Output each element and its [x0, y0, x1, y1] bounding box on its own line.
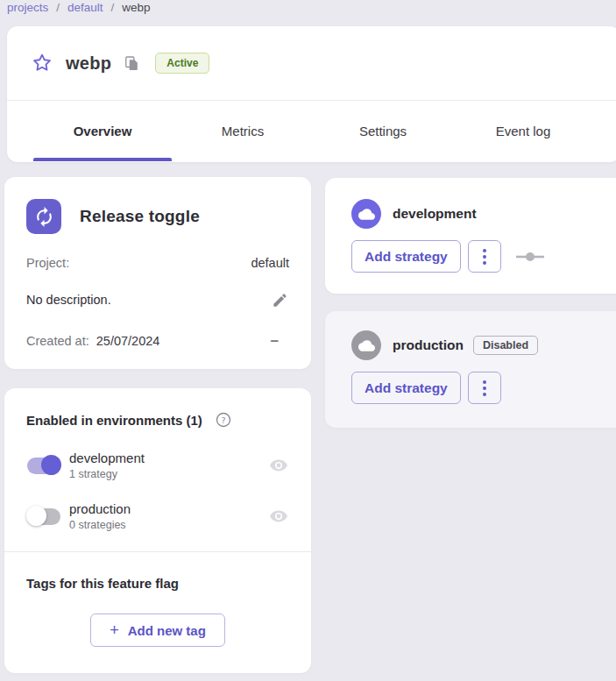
- breadcrumb-separator: /: [111, 1, 115, 14]
- description-row: No description.: [26, 290, 289, 309]
- kebab-icon: [483, 380, 486, 384]
- status-badge: Active: [155, 53, 209, 74]
- star-icon: [31, 52, 53, 74]
- collapse-dash[interactable]: –: [271, 332, 289, 350]
- toggle-production[interactable]: [26, 506, 61, 527]
- environment-row-development: development 1 strategy: [26, 450, 289, 480]
- toggle-thumb: [26, 506, 46, 526]
- kebab-icon: [483, 249, 486, 252]
- release-toggle-header: Release toggle: [26, 199, 289, 234]
- commit-line-icon: [516, 252, 544, 262]
- feature-header-card: webp Active Overview Metrics Settings Ev…: [7, 26, 616, 162]
- tags-section: Tags for this feature flag + Add new tag: [4, 552, 311, 670]
- enabled-environments-title: Enabled in environments (1): [26, 413, 202, 428]
- environment-card-name: production: [393, 337, 464, 353]
- tab-metrics[interactable]: Metrics: [173, 101, 313, 161]
- tab-settings[interactable]: Settings: [313, 101, 453, 161]
- view-environment-button[interactable]: [268, 506, 289, 527]
- strategy-drag-indicator: [516, 252, 544, 262]
- toggle-development[interactable]: [26, 455, 61, 476]
- breadcrumb-projects[interactable]: projects: [7, 1, 48, 14]
- production-card-controls: Add strategy: [351, 372, 616, 404]
- environment-strategy-count: 0 strategies: [69, 519, 131, 531]
- tags-title: Tags for this feature flag: [26, 576, 179, 591]
- plus-icon: +: [110, 621, 119, 640]
- feature-title-row: webp Active: [7, 26, 616, 101]
- description-text: No description.: [26, 293, 111, 307]
- view-environment-button[interactable]: [268, 455, 289, 476]
- breadcrumb-default[interactable]: default: [67, 1, 103, 14]
- production-strategies-card: production Disabled Add strategy: [325, 311, 616, 428]
- created-at-label: Created at:: [26, 334, 89, 348]
- release-toggle-title: Release toggle: [80, 207, 200, 226]
- copy-button[interactable]: [123, 54, 140, 72]
- feature-tabs: Overview Metrics Settings Event log: [7, 101, 616, 161]
- breadcrumb-current: webp: [122, 1, 150, 14]
- enabled-environments-section: Enabled in environments (1) ? developmen…: [4, 388, 311, 552]
- edit-description-button[interactable]: [270, 290, 289, 309]
- eye-icon: [269, 456, 288, 475]
- environment-cloud-badge: [351, 330, 381, 360]
- add-strategy-button[interactable]: Add strategy: [351, 240, 461, 273]
- development-card-controls: Add strategy: [351, 240, 616, 273]
- help-button[interactable]: ?: [214, 410, 233, 429]
- project-value: default: [251, 256, 289, 270]
- svg-text:?: ?: [221, 415, 225, 425]
- environment-name: development: [69, 450, 145, 465]
- environment-strategy-count: 1 strategy: [69, 468, 145, 480]
- production-card-header: production Disabled: [351, 330, 616, 360]
- add-strategy-button[interactable]: Add strategy: [351, 372, 461, 404]
- environment-cloud-badge: [351, 199, 381, 229]
- created-at-value: 25/07/2024: [96, 334, 160, 348]
- created-at-row: Created at: 25/07/2024 –: [26, 332, 289, 350]
- development-card-header: development: [351, 199, 616, 229]
- environments-card: Enabled in environments (1) ? developmen…: [4, 388, 311, 673]
- breadcrumb-separator: /: [56, 1, 60, 14]
- favorite-button[interactable]: [31, 52, 53, 74]
- project-label: Project:: [26, 256, 69, 270]
- environment-name: production: [69, 501, 131, 516]
- pencil-icon: [272, 292, 288, 309]
- add-new-tag-label: Add new tag: [128, 623, 206, 638]
- copy-icon: [124, 55, 140, 72]
- eye-icon: [269, 507, 288, 526]
- page-title: webp: [66, 53, 111, 74]
- disabled-badge: Disabled: [473, 336, 538, 355]
- release-toggle-card: Release toggle Project: default No descr…: [4, 177, 311, 369]
- project-row: Project: default: [26, 256, 289, 270]
- environment-row-production: production 0 strategies: [26, 501, 289, 531]
- development-strategies-card: development Add strategy: [325, 178, 616, 294]
- cloud-icon: [358, 337, 375, 354]
- add-new-tag-button[interactable]: + Add new tag: [90, 614, 225, 647]
- more-actions-button[interactable]: [468, 372, 501, 404]
- breadcrumb: projects / default / webp: [7, 1, 151, 14]
- tab-event-log[interactable]: Event log: [453, 101, 593, 161]
- question-circle-icon: ?: [215, 411, 232, 429]
- autorenew-icon: [33, 206, 55, 228]
- release-toggle-type-icon-box: [26, 199, 61, 234]
- cloud-icon: [358, 206, 375, 223]
- toggle-thumb: [41, 455, 61, 475]
- environment-card-name: development: [393, 206, 477, 222]
- more-actions-button[interactable]: [468, 240, 501, 273]
- tab-overview[interactable]: Overview: [32, 101, 173, 161]
